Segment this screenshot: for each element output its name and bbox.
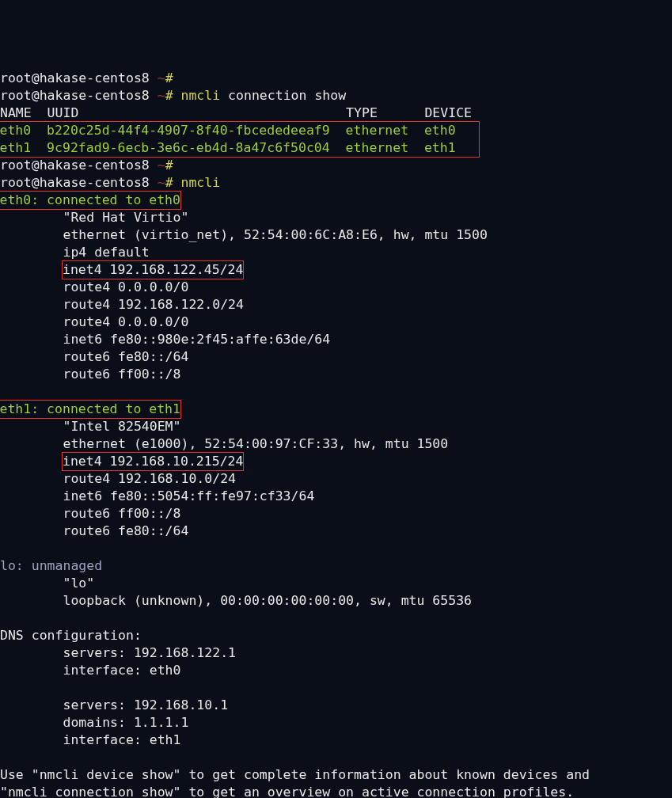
hint-line: "nmcli connection show" to get an overvi… <box>0 785 574 799</box>
prompt-tilde: ~ <box>158 175 165 190</box>
terminal[interactable]: root@hakase-centos8 ~# root@hakase-cento… <box>0 70 672 798</box>
highlight-eth1-header: eth1: connected to eth1 <box>0 400 181 419</box>
output-indent <box>0 262 63 277</box>
output-line: servers: 192.168.10.1 <box>0 697 228 712</box>
prompt-hash: # <box>165 158 173 173</box>
output-line: route6 fe80::/64 <box>0 349 188 364</box>
table-header: NAME UUID TYPE DEVICE <box>0 105 480 120</box>
interface-header: eth0: connected to eth0 <box>0 192 180 207</box>
output-line: "lo" <box>0 576 94 591</box>
dns-header: DNS configuration: <box>0 628 142 643</box>
table-row: eth0 b220c25d-44f4-4907-8f40-fbcededeeaf… <box>0 123 479 138</box>
output-line: servers: 192.168.122.1 <box>0 645 236 660</box>
output-line: "Intel 82540EM" <box>0 419 180 434</box>
prompt-hash: # <box>165 175 173 190</box>
highlight-eth0-header: eth0: connected to eth0 <box>0 191 181 210</box>
output-line: route4 0.0.0.0/0 <box>0 314 188 329</box>
output-line: route4 192.168.122.0/24 <box>0 297 244 312</box>
output-line: ethernet (e1000), 52:54:00:97:CF:33, hw,… <box>0 436 448 451</box>
cmd-nmcli: nmcli <box>181 175 221 190</box>
output-line: ip4 default <box>0 245 150 260</box>
prompt-tilde: ~ <box>158 88 165 103</box>
output-line: "Red Hat Virtio" <box>0 210 188 225</box>
table-row: eth1 9c92fad9-6ecb-3e6c-eb4d-8a47c6f50c0… <box>0 140 479 155</box>
output-line: route6 ff00::/8 <box>0 506 180 521</box>
highlight-eth1-ip: inet4 192.168.10.215/24 <box>62 452 244 471</box>
cmd-args: connection show <box>220 88 346 103</box>
highlight-eth0-ip: inet4 192.168.122.45/24 <box>62 260 244 279</box>
prompt-user: root@hakase-centos8 <box>0 158 150 173</box>
prompt-hash: # <box>165 70 173 86</box>
prompt-hash: # <box>165 88 173 103</box>
highlight-connection-rows: eth0 b220c25d-44f4-4907-8f40-fbcededeeaf… <box>0 121 480 158</box>
prompt-tilde: ~ <box>158 70 165 86</box>
interface-header: eth1: connected to eth1 <box>0 401 180 416</box>
output-line: interface: eth0 <box>0 663 180 678</box>
prompt-tilde: ~ <box>158 158 165 173</box>
interface-header: lo: unmanaged <box>0 558 102 573</box>
prompt-user: root@hakase-centos8 <box>0 88 150 103</box>
output-line: inet6 fe80::980e:2f45:affe:63de/64 <box>0 332 330 347</box>
output-line: inet6 fe80::5054:ff:fe97:cf33/64 <box>0 488 314 504</box>
output-line: route6 ff00::/8 <box>0 367 180 382</box>
output-line: ethernet (virtio_net), 52:54:00:6C:A8:E6… <box>0 227 488 242</box>
output-line: domains: 1.1.1.1 <box>0 715 188 730</box>
cmd-nmcli: nmcli <box>181 88 221 103</box>
prompt-user: root@hakase-centos8 <box>0 70 150 86</box>
hint-line: Use "nmcli device show" to get complete … <box>0 767 590 782</box>
inet4-address: inet4 192.168.10.215/24 <box>63 454 243 469</box>
output-indent <box>0 454 63 469</box>
output-line: interface: eth1 <box>0 732 180 747</box>
output-line: route6 fe80::/64 <box>0 523 188 538</box>
prompt-user: root@hakase-centos8 <box>0 175 150 190</box>
output-line: loopback (unknown), 00:00:00:00:00:00, s… <box>0 593 472 608</box>
output-line: route4 0.0.0.0/0 <box>0 279 188 294</box>
inet4-address: inet4 192.168.122.45/24 <box>63 262 243 277</box>
output-line: route4 192.168.10.0/24 <box>0 471 236 486</box>
